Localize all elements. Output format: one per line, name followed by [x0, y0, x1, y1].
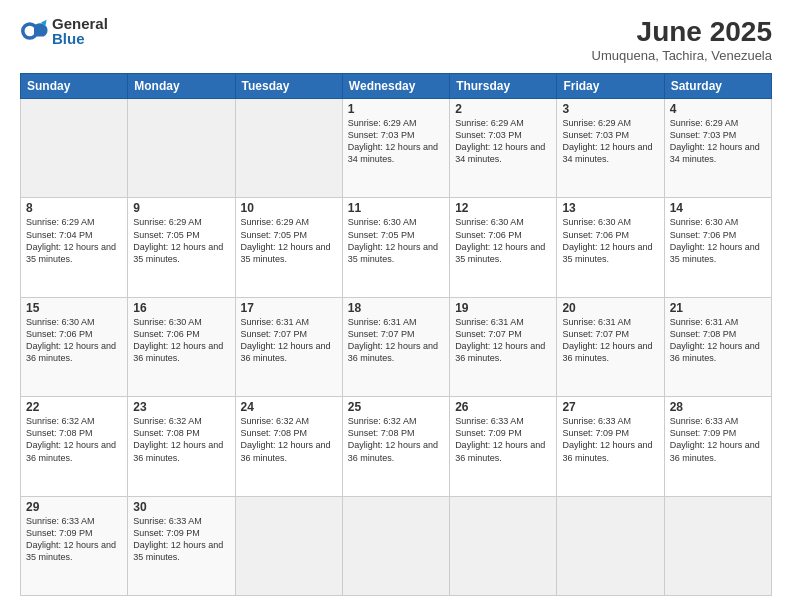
day-info: Sunrise: 6:32 AM Sunset: 7:08 PM Dayligh…: [133, 415, 229, 464]
table-row: 11 Sunrise: 6:30 AM Sunset: 7:05 PM Dayl…: [342, 198, 449, 297]
table-row: 24 Sunrise: 6:32 AM Sunset: 7:08 PM Dayl…: [235, 397, 342, 496]
table-row: 23 Sunrise: 6:32 AM Sunset: 7:08 PM Dayl…: [128, 397, 235, 496]
calendar-header-row: Sunday Monday Tuesday Wednesday Thursday…: [21, 74, 772, 99]
day-number: 18: [348, 301, 444, 315]
table-row: 3 Sunrise: 6:29 AM Sunset: 7:03 PM Dayli…: [557, 99, 664, 198]
table-row: 28 Sunrise: 6:33 AM Sunset: 7:09 PM Dayl…: [664, 397, 771, 496]
table-row: 25 Sunrise: 6:32 AM Sunset: 7:08 PM Dayl…: [342, 397, 449, 496]
table-row: 15 Sunrise: 6:30 AM Sunset: 7:06 PM Dayl…: [21, 297, 128, 396]
calendar-row: 29 Sunrise: 6:33 AM Sunset: 7:09 PM Dayl…: [21, 496, 772, 595]
calendar-row: 22 Sunrise: 6:32 AM Sunset: 7:08 PM Dayl…: [21, 397, 772, 496]
table-row: 17 Sunrise: 6:31 AM Sunset: 7:07 PM Dayl…: [235, 297, 342, 396]
day-info: Sunrise: 6:33 AM Sunset: 7:09 PM Dayligh…: [26, 515, 122, 564]
day-info: Sunrise: 6:30 AM Sunset: 7:06 PM Dayligh…: [26, 316, 122, 365]
table-row: 8 Sunrise: 6:29 AM Sunset: 7:04 PM Dayli…: [21, 198, 128, 297]
table-row: 20 Sunrise: 6:31 AM Sunset: 7:07 PM Dayl…: [557, 297, 664, 396]
table-row: [128, 99, 235, 198]
day-number: 27: [562, 400, 658, 414]
day-info: Sunrise: 6:33 AM Sunset: 7:09 PM Dayligh…: [670, 415, 766, 464]
day-number: 25: [348, 400, 444, 414]
day-number: 11: [348, 201, 444, 215]
calendar-table: Sunday Monday Tuesday Wednesday Thursday…: [20, 73, 772, 596]
day-info: Sunrise: 6:30 AM Sunset: 7:06 PM Dayligh…: [562, 216, 658, 265]
col-friday: Friday: [557, 74, 664, 99]
day-number: 12: [455, 201, 551, 215]
table-row: 30 Sunrise: 6:33 AM Sunset: 7:09 PM Dayl…: [128, 496, 235, 595]
col-wednesday: Wednesday: [342, 74, 449, 99]
table-row: 10 Sunrise: 6:29 AM Sunset: 7:05 PM Dayl…: [235, 198, 342, 297]
table-row: 1 Sunrise: 6:29 AM Sunset: 7:03 PM Dayli…: [342, 99, 449, 198]
logo-text: General Blue: [52, 16, 108, 46]
day-info: Sunrise: 6:29 AM Sunset: 7:04 PM Dayligh…: [26, 216, 122, 265]
col-thursday: Thursday: [450, 74, 557, 99]
day-number: 1: [348, 102, 444, 116]
day-info: Sunrise: 6:29 AM Sunset: 7:03 PM Dayligh…: [455, 117, 551, 166]
table-row: [235, 99, 342, 198]
day-info: Sunrise: 6:33 AM Sunset: 7:09 PM Dayligh…: [562, 415, 658, 464]
day-info: Sunrise: 6:29 AM Sunset: 7:05 PM Dayligh…: [241, 216, 337, 265]
day-number: 30: [133, 500, 229, 514]
page: General Blue June 2025 Umuquena, Tachira…: [0, 0, 792, 612]
day-info: Sunrise: 6:29 AM Sunset: 7:05 PM Dayligh…: [133, 216, 229, 265]
day-number: 28: [670, 400, 766, 414]
table-row: 29 Sunrise: 6:33 AM Sunset: 7:09 PM Dayl…: [21, 496, 128, 595]
day-number: 21: [670, 301, 766, 315]
day-info: Sunrise: 6:32 AM Sunset: 7:08 PM Dayligh…: [26, 415, 122, 464]
day-number: 20: [562, 301, 658, 315]
day-number: 29: [26, 500, 122, 514]
logo-general: General: [52, 16, 108, 31]
day-info: Sunrise: 6:33 AM Sunset: 7:09 PM Dayligh…: [455, 415, 551, 464]
day-info: Sunrise: 6:29 AM Sunset: 7:03 PM Dayligh…: [562, 117, 658, 166]
day-number: 4: [670, 102, 766, 116]
calendar-row: 15 Sunrise: 6:30 AM Sunset: 7:06 PM Dayl…: [21, 297, 772, 396]
logo-blue: Blue: [52, 31, 108, 46]
day-info: Sunrise: 6:30 AM Sunset: 7:05 PM Dayligh…: [348, 216, 444, 265]
day-number: 2: [455, 102, 551, 116]
day-info: Sunrise: 6:31 AM Sunset: 7:07 PM Dayligh…: [241, 316, 337, 365]
calendar-row: 1 Sunrise: 6:29 AM Sunset: 7:03 PM Dayli…: [21, 99, 772, 198]
day-info: Sunrise: 6:31 AM Sunset: 7:07 PM Dayligh…: [562, 316, 658, 365]
day-number: 17: [241, 301, 337, 315]
table-row: 16 Sunrise: 6:30 AM Sunset: 7:06 PM Dayl…: [128, 297, 235, 396]
day-info: Sunrise: 6:33 AM Sunset: 7:09 PM Dayligh…: [133, 515, 229, 564]
table-row: [342, 496, 449, 595]
calendar-title: June 2025: [592, 16, 772, 48]
table-row: 13 Sunrise: 6:30 AM Sunset: 7:06 PM Dayl…: [557, 198, 664, 297]
day-number: 14: [670, 201, 766, 215]
logo-icon: [20, 17, 48, 45]
table-row: [235, 496, 342, 595]
table-row: [21, 99, 128, 198]
title-block: June 2025 Umuquena, Tachira, Venezuela: [592, 16, 772, 63]
col-sunday: Sunday: [21, 74, 128, 99]
day-info: Sunrise: 6:31 AM Sunset: 7:07 PM Dayligh…: [455, 316, 551, 365]
header: General Blue June 2025 Umuquena, Tachira…: [20, 16, 772, 63]
day-number: 16: [133, 301, 229, 315]
day-number: 23: [133, 400, 229, 414]
day-info: Sunrise: 6:32 AM Sunset: 7:08 PM Dayligh…: [348, 415, 444, 464]
table-row: 12 Sunrise: 6:30 AM Sunset: 7:06 PM Dayl…: [450, 198, 557, 297]
day-info: Sunrise: 6:30 AM Sunset: 7:06 PM Dayligh…: [455, 216, 551, 265]
col-tuesday: Tuesday: [235, 74, 342, 99]
calendar-subtitle: Umuquena, Tachira, Venezuela: [592, 48, 772, 63]
table-row: 21 Sunrise: 6:31 AM Sunset: 7:08 PM Dayl…: [664, 297, 771, 396]
day-number: 26: [455, 400, 551, 414]
day-info: Sunrise: 6:31 AM Sunset: 7:08 PM Dayligh…: [670, 316, 766, 365]
day-info: Sunrise: 6:32 AM Sunset: 7:08 PM Dayligh…: [241, 415, 337, 464]
table-row: 19 Sunrise: 6:31 AM Sunset: 7:07 PM Dayl…: [450, 297, 557, 396]
day-number: 3: [562, 102, 658, 116]
day-number: 15: [26, 301, 122, 315]
table-row: [664, 496, 771, 595]
day-number: 9: [133, 201, 229, 215]
table-row: 4 Sunrise: 6:29 AM Sunset: 7:03 PM Dayli…: [664, 99, 771, 198]
table-row: [557, 496, 664, 595]
table-row: 18 Sunrise: 6:31 AM Sunset: 7:07 PM Dayl…: [342, 297, 449, 396]
day-number: 13: [562, 201, 658, 215]
day-info: Sunrise: 6:30 AM Sunset: 7:06 PM Dayligh…: [670, 216, 766, 265]
day-info: Sunrise: 6:31 AM Sunset: 7:07 PM Dayligh…: [348, 316, 444, 365]
day-number: 22: [26, 400, 122, 414]
table-row: [450, 496, 557, 595]
table-row: 9 Sunrise: 6:29 AM Sunset: 7:05 PM Dayli…: [128, 198, 235, 297]
day-number: 19: [455, 301, 551, 315]
day-info: Sunrise: 6:29 AM Sunset: 7:03 PM Dayligh…: [348, 117, 444, 166]
logo: General Blue: [20, 16, 108, 46]
